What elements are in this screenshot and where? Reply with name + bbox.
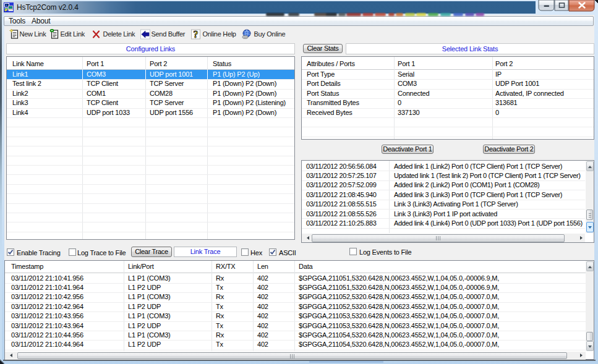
- svg-text:?: ?: [194, 29, 199, 40]
